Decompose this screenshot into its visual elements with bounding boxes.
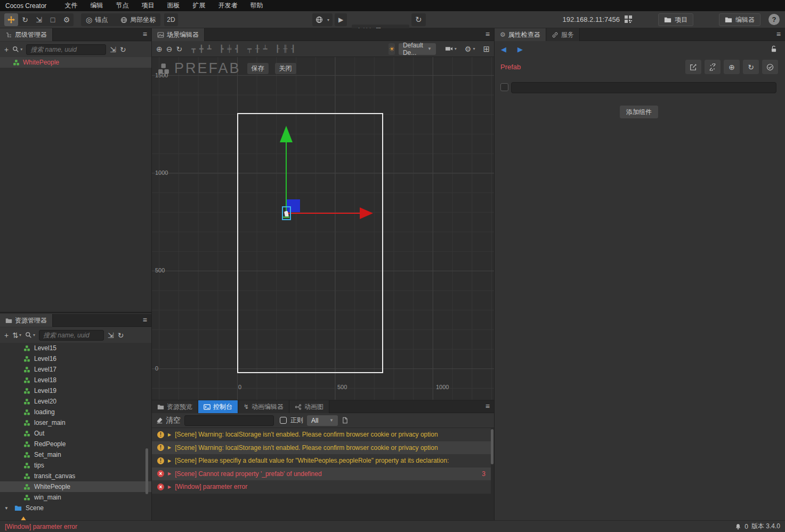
hierarchy-menu-icon[interactable]: ≡ xyxy=(143,30,147,38)
prefab-apply-button[interactable] xyxy=(762,60,778,74)
asset-item[interactable]: Set_main xyxy=(0,449,151,460)
distribute-vcenter-icon[interactable]: ╂ xyxy=(255,45,260,53)
distribute-top-icon[interactable]: ┯ xyxy=(247,45,252,53)
asset-item[interactable]: win_main xyxy=(0,492,151,503)
node-active-checkbox[interactable] xyxy=(500,83,508,91)
menu-project[interactable]: 项目 xyxy=(135,1,160,10)
scale-tool-button[interactable]: ⇲ xyxy=(32,13,46,26)
prefab-edit-button[interactable] xyxy=(685,60,701,74)
asset-item[interactable]: loser_main xyxy=(0,417,151,428)
sort-button[interactable]: ⇅▾ xyxy=(12,331,21,340)
scene-settings-button[interactable]: ⚙▾ xyxy=(465,45,475,53)
help-button[interactable]: ? xyxy=(768,14,780,25)
create-asset-button[interactable]: + xyxy=(4,331,9,340)
expander-icon[interactable]: ▶ xyxy=(168,485,171,489)
expander-icon[interactable]: ▶ xyxy=(168,471,171,476)
menu-edit[interactable]: 编辑 xyxy=(84,1,109,10)
tab-console[interactable]: 控制台 xyxy=(198,400,238,413)
clear-console-button[interactable]: 清空 xyxy=(156,416,181,425)
align-hcenter-icon[interactable]: ╪ xyxy=(228,45,232,53)
rect-tool-button[interactable]: □ xyxy=(46,13,60,26)
align-top-icon[interactable]: ┳ xyxy=(191,45,196,53)
tab-inspector[interactable]: ⚙ 属性检查器 xyxy=(495,28,546,41)
prefab-unlink-button[interactable] xyxy=(705,60,721,74)
create-node-button[interactable]: + xyxy=(4,45,9,54)
assets-search-input[interactable] xyxy=(39,330,104,341)
qr-code-icon[interactable] xyxy=(624,15,633,23)
expander-icon[interactable]: ▶ xyxy=(168,445,171,450)
log-row[interactable]: × ▶ [Scene] Cannot read property '_prefa… xyxy=(152,467,491,481)
refresh-icon[interactable]: ↻ xyxy=(120,45,126,54)
prefab-reset-button[interactable]: ↻ xyxy=(743,60,759,74)
rotate-tool-button[interactable]: ↻ xyxy=(18,13,32,26)
move-tool-button[interactable] xyxy=(4,13,18,26)
hierarchy-search-input[interactable] xyxy=(26,44,106,55)
asset-item[interactable]: Level15 xyxy=(0,343,151,353)
menu-file[interactable]: 文件 xyxy=(58,1,84,10)
console-filter-input[interactable] xyxy=(184,415,274,426)
prefab-close-button[interactable]: 关闭 xyxy=(275,63,296,74)
tab-animation-graph[interactable]: 动画图 xyxy=(289,400,329,413)
align-right-icon[interactable]: ┫ xyxy=(235,45,239,53)
expand-caret-icon[interactable]: ▼ xyxy=(4,506,11,511)
asset-item-selected[interactable]: WhitePeople xyxy=(0,481,151,492)
menu-node[interactable]: 节点 xyxy=(109,1,135,10)
menu-panel[interactable]: 面板 xyxy=(160,1,186,10)
bell-icon[interactable] xyxy=(735,523,741,530)
asset-item[interactable]: Level16 xyxy=(0,353,151,364)
assets-menu-icon[interactable]: ≡ xyxy=(143,316,147,324)
asset-item-clipped[interactable] xyxy=(0,513,151,520)
search-filter-button[interactable]: ▾ xyxy=(12,46,22,53)
menu-extension[interactable]: 扩展 xyxy=(186,1,212,10)
console-menu-icon[interactable]: ≡ xyxy=(485,402,490,410)
asset-folder-scene[interactable]: ▼ Scene xyxy=(0,503,151,513)
expander-icon[interactable]: ▶ xyxy=(168,432,171,437)
tab-hierarchy[interactable]: 层级管理器 xyxy=(0,28,53,41)
log-row[interactable]: ! ▶ [Scene] Please specifiy a default va… xyxy=(152,454,491,467)
regex-checkbox[interactable] xyxy=(280,417,287,424)
asset-item[interactable]: Level20 xyxy=(0,396,151,407)
reset-view-icon[interactable]: ↻ xyxy=(176,45,182,53)
distribute-bottom-icon[interactable]: ┷ xyxy=(263,45,268,53)
open-editor-button[interactable]: 编辑器 xyxy=(719,13,760,26)
distribute-right-icon[interactable]: ┨ xyxy=(291,45,295,53)
collapse-all-icon[interactable]: ⇲ xyxy=(108,331,114,340)
console-scrollbar[interactable] xyxy=(491,429,493,464)
scene-menu-icon[interactable]: ≡ xyxy=(485,30,490,38)
log-row[interactable]: ! ▶ [Scene] Warning: localStorage isn't … xyxy=(152,428,491,441)
asset-item[interactable]: RedPeople xyxy=(0,439,151,449)
history-back-button[interactable]: ◀ xyxy=(501,45,506,53)
anchor-toggle-button[interactable]: ◎锚点 xyxy=(83,13,110,26)
preview-platform-button[interactable]: ▾ xyxy=(312,13,333,26)
log-row[interactable]: × ▶ [Window] parameter error xyxy=(152,480,491,494)
2d-3d-toggle-button[interactable]: 2D xyxy=(164,13,178,26)
distribute-hcenter-icon[interactable]: ╫ xyxy=(283,45,287,53)
hierarchy-node-whitepeople[interactable]: WhitePeople xyxy=(0,57,151,68)
zoom-in-icon[interactable]: ⊕ xyxy=(156,45,163,53)
tab-scene-editor[interactable]: 场景编辑器 xyxy=(152,28,205,41)
scene-camera-button[interactable]: ▾ xyxy=(445,45,457,53)
tab-asset-preview[interactable]: 资源预览 xyxy=(152,400,198,413)
asset-item[interactable]: tips xyxy=(0,460,151,471)
menu-developer[interactable]: 开发者 xyxy=(212,1,244,10)
tab-service[interactable]: 服务 xyxy=(546,28,580,41)
collapse-all-icon[interactable]: ⇲ xyxy=(110,45,116,54)
y-axis-arrow[interactable] xyxy=(280,126,293,142)
refresh-preview-button[interactable]: ↻ xyxy=(411,13,426,26)
log-level-select[interactable]: All ▼ xyxy=(307,415,338,426)
play-button[interactable]: ▶ xyxy=(335,13,347,26)
asset-item[interactable]: transit_canvas xyxy=(0,471,151,481)
inspector-menu-icon[interactable]: ≡ xyxy=(776,30,781,38)
asset-item[interactable]: Level19 xyxy=(0,385,151,396)
asset-item[interactable]: Level17 xyxy=(0,364,151,375)
grid-toggle-icon[interactable]: ⊞ xyxy=(483,44,490,54)
prefab-locate-button[interactable]: ⊕ xyxy=(724,60,740,74)
distribute-left-icon[interactable]: ┠ xyxy=(276,45,280,53)
tab-animation-editor[interactable]: ↯ 动画编辑器 xyxy=(238,400,289,413)
refresh-icon[interactable]: ↻ xyxy=(118,331,124,340)
export-log-button[interactable] xyxy=(342,417,349,424)
search-filter-button[interactable]: ▾ xyxy=(25,332,35,338)
align-bottom-icon[interactable]: ┻ xyxy=(207,45,212,53)
asset-item[interactable]: loading xyxy=(0,407,151,417)
node-name-input[interactable] xyxy=(511,82,776,93)
